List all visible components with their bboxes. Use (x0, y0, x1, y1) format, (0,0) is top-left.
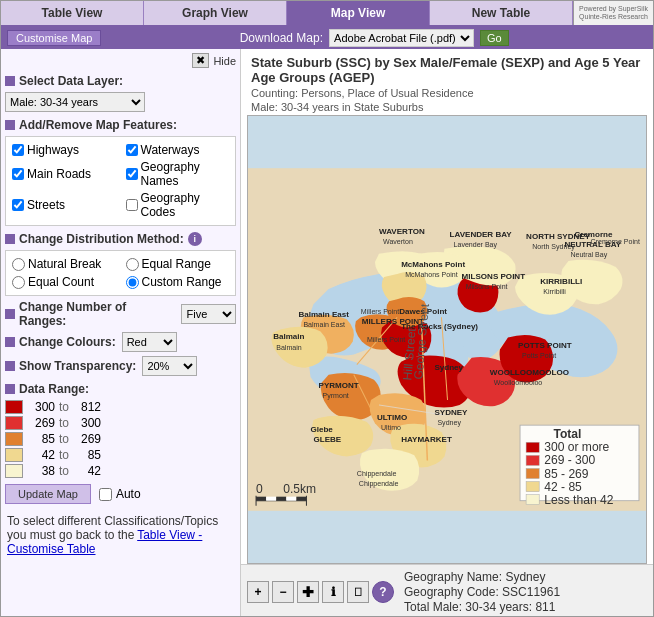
equal-range-radio[interactable] (126, 258, 139, 271)
svg-rect-63 (526, 455, 539, 465)
map-subtitle-2: Male: 30-34 years in State Suburbs (251, 101, 643, 113)
data-range-list: 300 to 812 269 to 300 85 to 269 42 to 85 (5, 400, 236, 478)
streets-label: Streets (27, 198, 65, 212)
range-row-3: 42 to 85 (5, 448, 236, 462)
hide-bar: ✖ Hide (5, 53, 236, 68)
add-remove-features-header: Add/Remove Map Features: (5, 118, 236, 132)
geography-codes-checkbox[interactable] (126, 199, 138, 211)
data-range-header: Data Range: (5, 382, 236, 396)
svg-text:KIRRIBILLI: KIRRIBILLI (540, 277, 582, 286)
equal-count-radio[interactable] (12, 276, 25, 289)
svg-text:Millers Point: Millers Point (361, 308, 399, 315)
highways-label: Highways (27, 143, 79, 157)
range-to-4: 42 (73, 464, 101, 478)
num-ranges-select[interactable]: Five (181, 304, 236, 324)
svg-text:Woolloomooloo: Woolloomooloo (494, 379, 543, 386)
svg-rect-53 (266, 497, 276, 501)
colours-row: Change Colours: Red (5, 332, 236, 352)
svg-text:SYDNEY: SYDNEY (434, 408, 468, 417)
feature-waterways: Waterways (126, 143, 230, 157)
download-format-select[interactable]: Adobe Acrobat File (.pdf) (329, 29, 474, 47)
purple-square-icon-5 (5, 337, 15, 347)
range-to-2: 269 (73, 432, 101, 446)
transparency-row: Show Transparency: 20% (5, 356, 236, 376)
purple-square-icon-6 (5, 361, 15, 371)
features-box: Highways Waterways Main Roads Geography … (5, 136, 236, 226)
select-data-layer-header: Select Data Layer: (5, 74, 236, 88)
main-roads-checkbox[interactable] (12, 168, 24, 180)
map-header: State Suburb (SSC) by Sex Male/Female (S… (241, 49, 653, 115)
svg-text:McMahons Point: McMahons Point (405, 271, 458, 278)
streets-checkbox[interactable] (12, 199, 24, 211)
customise-map-button[interactable]: Customise Map (7, 30, 101, 46)
data-layer-select[interactable]: Male: 30-34 years (5, 92, 145, 112)
feature-main-roads: Main Roads (12, 160, 116, 188)
feature-highways: Highways (12, 143, 116, 157)
purple-square-icon (5, 76, 15, 86)
auto-checkbox[interactable] (99, 488, 112, 501)
geo-code: Geography Code: SSC11961 (404, 585, 647, 599)
map-area[interactable]: NORTH SYDNEY North Sydney LAVENDER BAY L… (247, 115, 647, 564)
svg-text:Milsons Point: Milsons Point (466, 283, 508, 290)
svg-text:PYRMONT: PYRMONT (319, 381, 359, 390)
zoom-out-button[interactable]: − (272, 581, 294, 603)
geo-male-total: Total Male: 30-34 years: 811 (404, 600, 647, 614)
svg-text:Sydney: Sydney (434, 363, 463, 372)
pan-button[interactable]: ✚ (297, 581, 319, 603)
waterways-checkbox[interactable] (126, 144, 138, 156)
highways-checkbox[interactable] (12, 144, 24, 156)
custom-range-label: Custom Range (142, 275, 222, 289)
natural-break-radio[interactable] (12, 258, 25, 271)
svg-text:LAVENDER BAY: LAVENDER BAY (450, 230, 513, 239)
tab-table-view[interactable]: Table View (1, 1, 144, 25)
colours-select[interactable]: Red (122, 332, 177, 352)
svg-text:Chippendale: Chippendale (359, 480, 399, 488)
bottom-bar: + − ✚ ℹ ⎕ ? Geography Name: Sydney Geogr… (241, 564, 653, 617)
range-to-3: 85 (73, 448, 101, 462)
svg-text:Chippendale: Chippendale (357, 470, 397, 478)
geo-info: Geography Name: Sydney Geography Code: S… (398, 569, 647, 615)
range-color-2 (5, 432, 23, 446)
equal-count-label: Equal Count (28, 275, 94, 289)
range-from-0: 300 (27, 400, 55, 414)
bottom-section: Update Map Auto (5, 484, 236, 504)
range-from-1: 269 (27, 416, 55, 430)
natural-break-label: Natural Break (28, 257, 101, 271)
print-map-button[interactable]: ⎕ (347, 581, 369, 603)
distribution-info-icon[interactable]: i (188, 232, 202, 246)
svg-text:Balmain East: Balmain East (298, 310, 349, 319)
svg-text:Cremorne Point: Cremorne Point (591, 238, 640, 245)
help-button[interactable]: ? (372, 581, 394, 603)
hide-x-button[interactable]: ✖ (192, 53, 209, 68)
info-map-button[interactable]: ℹ (322, 581, 344, 603)
tab-map-view[interactable]: Map View (287, 1, 430, 25)
geography-names-checkbox[interactable] (126, 168, 138, 180)
hide-label: Hide (213, 55, 236, 67)
feature-geography-codes: Geography Codes (126, 191, 230, 219)
map-container: NORTH SYDNEY North Sydney LAVENDER BAY L… (248, 116, 646, 563)
svg-text:0: 0 (256, 482, 263, 496)
transparency-select[interactable]: 20% (142, 356, 197, 376)
radio-equal-range: Equal Range (126, 257, 230, 271)
svg-rect-69 (526, 495, 539, 505)
equal-range-label: Equal Range (142, 257, 211, 271)
svg-text:Waverton: Waverton (383, 238, 413, 245)
map-subtitle-1: Counting: Persons, Place of Usual Reside… (251, 87, 643, 99)
custom-range-radio[interactable] (126, 276, 139, 289)
geo-name: Geography Name: Sydney (404, 570, 647, 584)
svg-rect-54 (276, 497, 286, 501)
go-button[interactable]: Go (480, 30, 509, 46)
tab-graph-view[interactable]: Graph View (144, 1, 287, 25)
right-panel: State Suburb (SSC) by Sex Male/Female (S… (241, 49, 653, 617)
tab-new-table[interactable]: New Table (430, 1, 573, 25)
zoom-in-button[interactable]: + (247, 581, 269, 603)
range-color-3 (5, 448, 23, 462)
svg-text:Glebe: Glebe (310, 425, 333, 434)
logo: Powered by SuperSilk Quinte-Ries Researc… (573, 1, 653, 25)
radio-natural-break: Natural Break (12, 257, 116, 271)
range-row-4: 38 to 42 (5, 464, 236, 478)
svg-text:0.5km: 0.5km (283, 482, 316, 496)
svg-text:Less than 42: Less than 42 (544, 493, 613, 507)
update-map-button[interactable]: Update Map (5, 484, 91, 504)
svg-text:HAYMARKET: HAYMARKET (401, 435, 452, 444)
